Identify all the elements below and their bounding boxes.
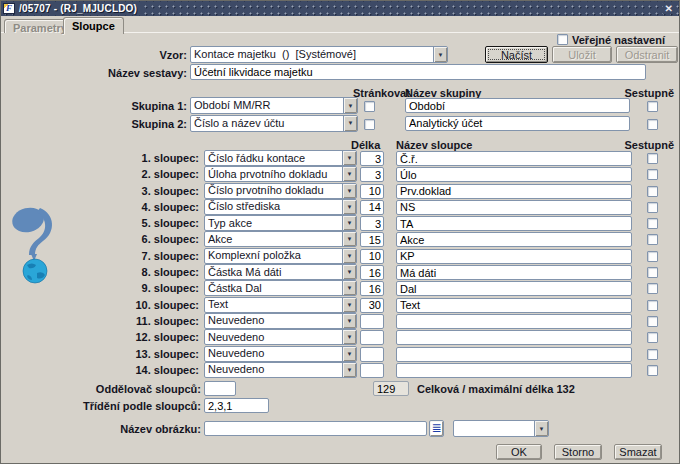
column-length-input[interactable] xyxy=(360,314,384,329)
chevron-down-icon[interactable]: ▼ xyxy=(342,363,356,377)
chevron-down-icon[interactable]: ▼ xyxy=(342,298,356,312)
column-descending-checkbox[interactable] xyxy=(647,234,658,245)
column-type-combo[interactable]: Typ akce ▼ xyxy=(204,215,357,231)
group-type-combo[interactable]: Období MM/RR ▼ xyxy=(190,97,358,114)
report-name-input[interactable] xyxy=(190,64,646,80)
column-length-input[interactable] xyxy=(360,298,384,313)
group-name-input[interactable] xyxy=(405,116,630,131)
column-name-input[interactable] xyxy=(396,265,632,280)
window-titlebar[interactable]: F /05707 - (RJ_MJUCLDO) ✕ xyxy=(1,1,679,16)
column-name-input[interactable] xyxy=(396,314,632,329)
column-type-combo[interactable]: Neuvedeno ▼ xyxy=(204,313,357,329)
column-descending-checkbox[interactable] xyxy=(647,300,658,311)
image-list-button[interactable]: ≣ xyxy=(429,420,444,437)
sort-by-columns-input[interactable] xyxy=(204,398,269,413)
chevron-down-icon[interactable]: ▼ xyxy=(342,151,356,165)
column-length-input[interactable] xyxy=(360,249,384,264)
column-type-combo[interactable]: Číslo řádku kontace ▼ xyxy=(204,150,357,166)
column-descending-checkbox[interactable] xyxy=(647,349,658,360)
chevron-down-icon[interactable]: ▼ xyxy=(342,167,356,181)
column-length-input[interactable] xyxy=(360,167,384,182)
group-name-input[interactable] xyxy=(405,98,630,113)
column-descending-checkbox[interactable] xyxy=(647,153,658,164)
column-descending-checkbox[interactable] xyxy=(647,186,658,197)
group-paginate-checkbox[interactable] xyxy=(364,101,375,112)
column-name-input[interactable] xyxy=(396,200,632,215)
chevron-down-icon[interactable]: ▼ xyxy=(342,330,356,344)
chevron-down-icon[interactable]: ▼ xyxy=(342,347,356,361)
chevron-down-icon[interactable]: ▼ xyxy=(343,116,357,131)
public-settings-checkbox[interactable] xyxy=(557,34,568,45)
column-type-combo[interactable]: Akce ▼ xyxy=(204,231,357,247)
group-descending-checkbox[interactable] xyxy=(647,119,658,130)
column-length-input[interactable] xyxy=(360,151,384,166)
image-combo[interactable]: ▼ xyxy=(453,420,549,437)
total-length-label: Celková / maximální délka 132 xyxy=(417,383,575,395)
column-type-combo[interactable]: Neuvedeno ▼ xyxy=(204,329,357,345)
cancel-button[interactable]: Storno xyxy=(554,444,602,460)
column-descending-checkbox[interactable] xyxy=(647,202,658,213)
chevron-down-icon[interactable]: ▼ xyxy=(342,200,356,214)
column-name-input[interactable] xyxy=(396,167,632,182)
column-name-input[interactable] xyxy=(396,216,632,231)
column-length-input[interactable] xyxy=(360,216,384,231)
image-name-input[interactable] xyxy=(204,421,427,436)
column-type-combo[interactable]: Úloha prvotního dokladu ▼ xyxy=(204,166,357,182)
column-descending-checkbox[interactable] xyxy=(647,316,658,327)
column-descending-checkbox[interactable] xyxy=(647,251,658,262)
column-length-input[interactable] xyxy=(360,330,384,345)
remove-button[interactable]: Odstranit xyxy=(616,46,678,63)
chevron-down-icon[interactable]: ▼ xyxy=(342,232,356,246)
load-button[interactable]: Načíst xyxy=(485,46,548,63)
column-name-input[interactable] xyxy=(396,184,632,199)
column-name-input[interactable] xyxy=(396,330,632,345)
group-type-combo[interactable]: Číslo a název účtu ▼ xyxy=(190,115,358,132)
tab-sloupce[interactable]: Sloupce xyxy=(63,17,124,34)
chevron-down-icon[interactable]: ▼ xyxy=(342,314,356,328)
column-length-input[interactable] xyxy=(360,363,384,378)
column-type-combo[interactable]: Částka Dal ▼ xyxy=(204,280,357,296)
column-descending-checkbox[interactable] xyxy=(647,169,658,180)
column-name-input[interactable] xyxy=(396,151,632,166)
column-name-input[interactable] xyxy=(396,232,632,247)
chevron-down-icon[interactable]: ▼ xyxy=(343,98,357,113)
close-icon[interactable]: ✕ xyxy=(663,3,675,14)
column-name-input[interactable] xyxy=(396,281,632,296)
column-descending-checkbox[interactable] xyxy=(647,283,658,294)
column-length-input[interactable] xyxy=(360,265,384,280)
column-name-input[interactable] xyxy=(396,298,632,313)
column-type-combo[interactable]: Číslo prvotního dokladu ▼ xyxy=(204,183,357,199)
column-length-input[interactable] xyxy=(360,200,384,215)
column-descending-checkbox[interactable] xyxy=(647,365,658,376)
column-name-input[interactable] xyxy=(396,347,632,362)
column-name-input[interactable] xyxy=(396,363,632,378)
column-type-combo[interactable]: Komplexní položka ▼ xyxy=(204,248,357,264)
chevron-down-icon[interactable]: ▼ xyxy=(342,216,356,230)
group-paginate-checkbox[interactable] xyxy=(364,119,375,130)
column-length-input[interactable] xyxy=(360,281,384,296)
chevron-down-icon[interactable]: ▼ xyxy=(342,265,356,279)
template-combo[interactable]: Kontace majetku () [Systémové] ▼ xyxy=(190,46,448,63)
column-type-combo[interactable]: Text ▼ xyxy=(204,297,357,313)
chevron-down-icon[interactable]: ▼ xyxy=(342,184,356,198)
save-button[interactable]: Uložit xyxy=(552,46,612,63)
column-type-combo[interactable]: Neuvedeno ▼ xyxy=(204,346,357,362)
ok-button[interactable]: OK xyxy=(496,444,542,460)
group-descending-checkbox[interactable] xyxy=(647,101,658,112)
column-length-input[interactable] xyxy=(360,232,384,247)
column-length-input[interactable] xyxy=(360,347,384,362)
separator-input[interactable] xyxy=(204,381,236,396)
column-type-combo[interactable]: Částka Má dáti ▼ xyxy=(204,264,357,280)
column-type-combo[interactable]: Číslo střediska ▼ xyxy=(204,199,357,215)
column-descending-checkbox[interactable] xyxy=(647,218,658,229)
column-name-input[interactable] xyxy=(396,249,632,264)
column-descending-checkbox[interactable] xyxy=(647,267,658,278)
column-length-input[interactable] xyxy=(360,184,384,199)
chevron-down-icon[interactable]: ▼ xyxy=(433,47,447,62)
delete-button[interactable]: Smazat xyxy=(614,444,662,460)
column-descending-checkbox[interactable] xyxy=(647,332,658,343)
chevron-down-icon[interactable]: ▼ xyxy=(534,421,548,436)
column-type-combo[interactable]: Neuvedeno ▼ xyxy=(204,362,357,378)
chevron-down-icon[interactable]: ▼ xyxy=(342,281,356,295)
chevron-down-icon[interactable]: ▼ xyxy=(342,249,356,263)
